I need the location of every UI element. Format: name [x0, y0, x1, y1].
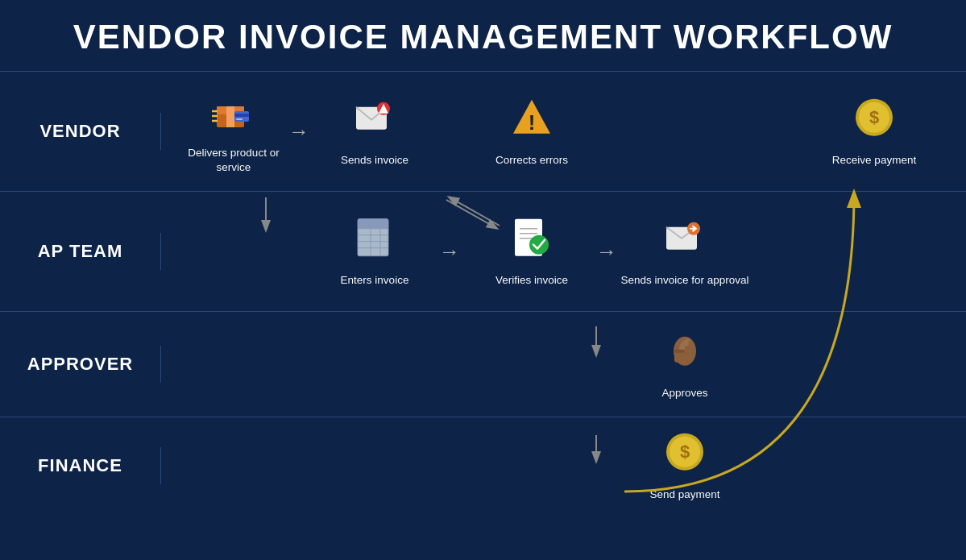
svg-rect-34 — [674, 351, 685, 363]
enters-invoice-step: Enters invoice — [322, 216, 427, 288]
sends-approval-step: Sends invoice for approval — [620, 216, 749, 288]
send-payment-label: Send payment — [649, 487, 719, 502]
finance-row-content: $ Send payment — [161, 417, 966, 514]
receive-payment-step: $ Receive payment — [822, 96, 927, 168]
approver-row: APPROVER Approves — [0, 312, 966, 417]
svg-text:$: $ — [869, 107, 879, 127]
vendor-label: VENDOR — [0, 113, 161, 150]
approves-step: Approves — [620, 329, 749, 400]
svg-rect-25 — [358, 219, 388, 229]
receive-payment-label: Receive payment — [832, 153, 916, 168]
page-title: VENDOR INVOICE MANAGEMENT WORKFLOW — [0, 0, 966, 71]
vendor-row-content: Delivers product or service → Sends invo — [161, 72, 966, 191]
svg-rect-7 — [234, 114, 249, 117]
arrow-verifies-to-approval: → — [596, 239, 617, 264]
verifies-invoice-step: Verifies invoice — [475, 216, 588, 288]
ap-team-row: AP TEAM — [0, 192, 966, 312]
sends-invoice-step: Sends invoice — [322, 96, 427, 168]
approver-label: APPROVER — [0, 346, 161, 383]
sends-approval-label: Sends invoice for approval — [620, 273, 748, 288]
delivers-step: Delivers product or service — [177, 89, 290, 174]
svg-text:!: ! — [529, 110, 536, 135]
arrow-delivers-to-sends: → — [288, 119, 309, 144]
approver-row-content: Approves — [161, 312, 966, 417]
svg-rect-2 — [226, 106, 234, 127]
verifies-invoice-label: Verifies invoice — [495, 273, 568, 288]
finance-label: FINANCE — [0, 447, 161, 484]
delivers-label: Delivers product or service — [177, 146, 290, 174]
sends-invoice-vendor-label: Sends invoice — [341, 153, 408, 168]
send-payment-step: $ Send payment — [620, 430, 749, 502]
ap-team-label: AP TEAM — [0, 233, 161, 270]
finance-row: FINANCE $ Send payment — [0, 417, 966, 514]
enters-invoice-label: Enters invoice — [341, 273, 409, 288]
ap-team-row-content: Enters invoice → — [161, 192, 966, 311]
arrow-enters-to-verifies: → — [439, 239, 460, 264]
vendor-row: VENDOR — [0, 72, 966, 192]
svg-rect-35 — [674, 350, 685, 353]
workflow-container: VENDOR — [0, 71, 966, 514]
svg-rect-8 — [236, 118, 243, 120]
corrects-errors-label: Corrects errors — [495, 153, 568, 168]
svg-point-30 — [529, 235, 549, 255]
corrects-errors-step: ! Corrects errors — [475, 96, 588, 168]
svg-text:$: $ — [680, 442, 690, 462]
approves-label: Approves — [661, 386, 707, 400]
